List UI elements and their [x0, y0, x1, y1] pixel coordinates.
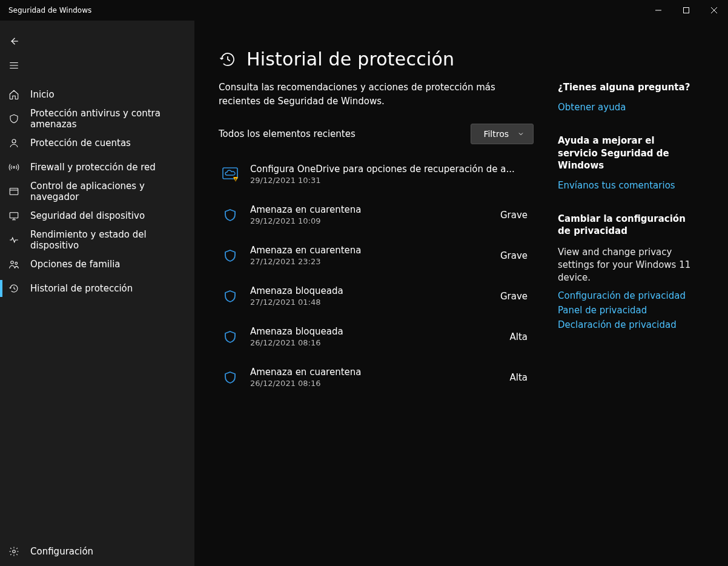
nav-label: Inicio: [30, 89, 55, 100]
page-title-text: Historial de protección: [247, 48, 454, 70]
gear-icon: [8, 546, 19, 557]
content: Historial de protección Consulta las rec…: [194, 21, 728, 566]
filter-button[interactable]: Filtros: [471, 124, 534, 144]
event-severity: Grave: [500, 210, 530, 221]
nav-label: Seguridad del dispositivo: [30, 210, 145, 221]
close-button[interactable]: [700, 0, 728, 21]
people-icon: [8, 259, 19, 270]
back-button[interactable]: [0, 29, 194, 53]
event-title: Configura OneDrive para opciones de recu…: [250, 164, 515, 175]
list-header: Todos los elementos recientes Filtros: [219, 124, 534, 144]
hamburger-icon: [8, 60, 19, 71]
event-title: Amenaza bloqueada: [250, 326, 497, 337]
nav-label: Opciones de familia: [30, 259, 121, 270]
side-column: ¿Tienes alguna pregunta? Obtener ayuda A…: [558, 48, 704, 542]
nav-item-account[interactable]: Protección de cuentas: [0, 131, 194, 155]
event-severity: Alta: [509, 372, 530, 383]
improve-heading: Ayuda a mejorar el servicio Seguridad de…: [558, 135, 697, 171]
nav-label: Rendimiento y estado del dispositivo: [30, 229, 186, 251]
svg-point-2: [13, 167, 15, 168]
back-arrow-icon: [8, 36, 19, 47]
event-item[interactable]: Amenaza en cuarentena 27/12/2021 23:23 G…: [219, 235, 534, 276]
hamburger-button[interactable]: [0, 53, 194, 78]
nav-item-firewall[interactable]: Firewall y protección de red: [0, 155, 194, 179]
nav-label: Protección de cuentas: [30, 138, 131, 148]
privacy-dashboard-link[interactable]: Panel de privacidad: [558, 305, 697, 316]
window-controls: [644, 0, 728, 21]
onedrive-warning-icon: !: [222, 167, 238, 182]
page-title: Historial de protección: [219, 48, 534, 70]
history-icon: [219, 50, 237, 68]
event-item[interactable]: Amenaza en cuarentena 26/12/2021 08:16 A…: [219, 357, 534, 398]
history-icon: [8, 283, 19, 294]
window-icon: [8, 186, 19, 197]
event-title: Amenaza bloqueada: [250, 285, 488, 296]
settings-label: Configuración: [30, 546, 93, 557]
help-section: ¿Tienes alguna pregunta? Obtener ayuda: [558, 81, 697, 113]
event-title: Amenaza en cuarentena: [250, 204, 488, 215]
privacy-section: Cambiar la configuración de privacidad V…: [558, 213, 697, 330]
svg-point-5: [11, 261, 14, 264]
improve-section: Ayuda a mejorar el servicio Seguridad de…: [558, 135, 697, 191]
nav-item-settings[interactable]: Configuración: [0, 539, 194, 564]
svg-point-6: [15, 262, 18, 265]
help-heading: ¿Tienes alguna pregunta?: [558, 81, 697, 93]
privacy-heading: Cambiar la configuración de privacidad: [558, 213, 697, 238]
event-date: 29/12/2021 10:31: [250, 176, 515, 185]
events-list: ! Configura OneDrive para opciones de re…: [219, 154, 534, 398]
event-severity: Alta: [509, 331, 530, 342]
list-header-label: Todos los elementos recientes: [219, 128, 356, 139]
minimize-button[interactable]: [644, 0, 672, 21]
feedback-link[interactable]: Envíanos tus comentarios: [558, 180, 697, 191]
nav: Inicio Protección antivirus y contra ame…: [0, 82, 194, 301]
window-title: Seguridad de Windows: [8, 6, 91, 15]
filter-button-label: Filtros: [483, 129, 509, 139]
nav-item-device-security[interactable]: Seguridad del dispositivo: [0, 204, 194, 228]
event-date: 27/12/2021 23:23: [250, 257, 488, 266]
shield-icon: [8, 113, 19, 124]
shield-blue-icon: [222, 370, 238, 385]
privacy-statement-link[interactable]: Declaración de privacidad: [558, 319, 697, 330]
home-icon: [8, 89, 19, 100]
nav-item-history[interactable]: Historial de protección: [0, 276, 194, 301]
event-item[interactable]: Amenaza en cuarentena 29/12/2021 10:09 G…: [219, 195, 534, 235]
svg-point-1: [12, 139, 16, 143]
nav-item-appcontrol[interactable]: Control de aplicaciones y navegador: [0, 179, 194, 204]
event-date: 27/12/2021 01:48: [250, 298, 488, 307]
heart-pulse-icon: [8, 235, 19, 245]
svg-rect-3: [10, 188, 18, 195]
event-item[interactable]: Amenaza bloqueada 26/12/2021 08:16 Alta: [219, 316, 534, 357]
shield-blue-icon: [222, 288, 238, 304]
chevron-down-icon: [517, 130, 524, 138]
svg-text:!: !: [235, 177, 237, 182]
nav-item-home[interactable]: Inicio: [0, 82, 194, 107]
shield-blue-icon: [222, 248, 238, 264]
svg-rect-4: [10, 213, 18, 218]
event-title: Amenaza en cuarentena: [250, 245, 488, 256]
get-help-link[interactable]: Obtener ayuda: [558, 102, 697, 113]
svg-point-7: [13, 550, 16, 553]
event-item[interactable]: Amenaza bloqueada 27/12/2021 01:48 Grave: [219, 276, 534, 316]
event-date: 29/12/2021 10:09: [250, 216, 488, 225]
privacy-settings-link[interactable]: Configuración de privacidad: [558, 290, 697, 301]
nav-label: Firewall y protección de red: [30, 162, 156, 173]
event-severity: Grave: [500, 291, 530, 302]
device-icon: [8, 210, 19, 221]
nav-item-performance[interactable]: Rendimiento y estado del dispositivo: [0, 228, 194, 252]
nav-item-family[interactable]: Opciones de familia: [0, 252, 194, 276]
main-column: Historial de protección Consulta las rec…: [219, 48, 534, 542]
nav-label: Historial de protección: [30, 283, 133, 294]
privacy-text: View and change privacy settings for you…: [558, 246, 697, 284]
event-date: 26/12/2021 08:16: [250, 379, 497, 388]
maximize-button[interactable]: [672, 0, 700, 21]
event-title: Amenaza en cuarentena: [250, 367, 497, 378]
event-item[interactable]: ! Configura OneDrive para opciones de re…: [219, 154, 534, 195]
antenna-icon: [8, 162, 19, 173]
nav-label: Protección antivirus y contra amenazas: [30, 108, 186, 130]
nav-item-antivirus[interactable]: Protección antivirus y contra amenazas: [0, 107, 194, 131]
page-subtitle: Consulta las recomendaciones y acciones …: [219, 81, 515, 108]
sidebar: Inicio Protección antivirus y contra ame…: [0, 21, 194, 566]
event-severity: Grave: [500, 250, 530, 261]
person-icon: [8, 138, 19, 148]
titlebar: Seguridad de Windows: [0, 0, 728, 21]
